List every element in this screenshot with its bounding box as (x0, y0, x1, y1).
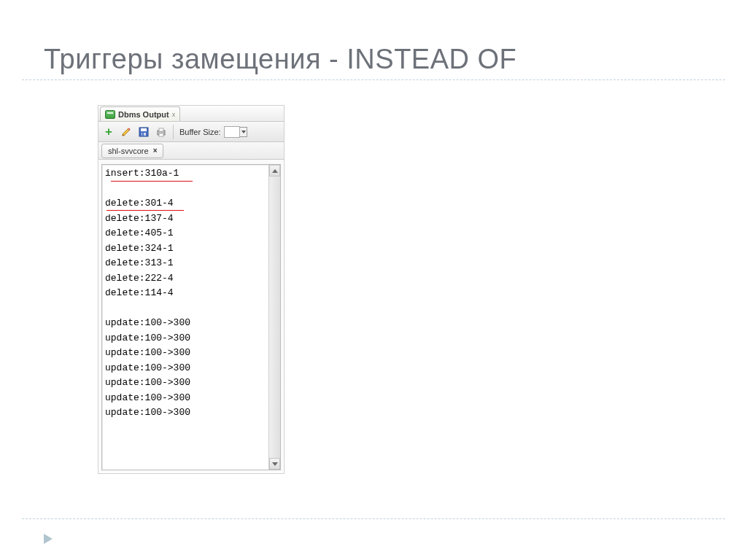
annotation-underline-1 (111, 181, 193, 182)
print-button[interactable] (154, 125, 169, 139)
connection-name: shl-svvcore (108, 147, 149, 155)
connection-tab-row: shl-svvcore × (98, 142, 284, 160)
floppy-icon (138, 126, 150, 138)
scroll-up-button[interactable] (269, 165, 280, 176)
slide-title: Триггеры замещения - INSTEAD OF (0, 0, 747, 79)
output-icon (105, 110, 115, 119)
output-area: insert:310a-1 delete:301-4 delete:137-4 … (101, 164, 281, 470)
svg-rect-9 (159, 133, 163, 136)
buffer-size-input[interactable] (224, 126, 240, 138)
slide-body: Триггеры замещения - INSTEAD OF Dbms Out… (0, 0, 747, 560)
svg-rect-4 (141, 128, 147, 131)
bullet-marker-icon (44, 534, 53, 544)
scroll-down-button[interactable] (269, 458, 280, 470)
dbms-output-panel: Dbms Output x + (98, 105, 285, 474)
chevron-up-icon (272, 169, 278, 173)
printer-icon (155, 126, 167, 138)
panel-tab-dbms-output[interactable]: Dbms Output x (100, 106, 180, 121)
chevron-down-icon (272, 462, 278, 466)
output-text[interactable]: insert:310a-1 delete:301-4 delete:137-4 … (105, 166, 267, 421)
save-button[interactable] (136, 125, 151, 139)
toolbar: + (98, 122, 284, 142)
panel-tab-label: Dbms Output (118, 110, 169, 119)
svg-rect-8 (159, 128, 163, 131)
title-underline (22, 79, 725, 80)
close-icon[interactable]: x (172, 111, 176, 118)
annotation-underline-2 (107, 210, 184, 211)
panel-tab-row: Dbms Output x (98, 106, 284, 122)
close-icon[interactable]: × (153, 147, 158, 155)
connection-tab[interactable]: shl-svvcore × (101, 144, 163, 158)
toolbar-separator (173, 125, 174, 139)
buffer-size-field[interactable] (224, 126, 247, 138)
edit-button[interactable] (119, 125, 133, 139)
scrollbar[interactable] (268, 165, 280, 470)
add-button[interactable]: + (101, 125, 116, 139)
buffer-size-label: Buffer Size: (179, 128, 221, 136)
pencil-icon (120, 126, 132, 138)
chevron-down-icon[interactable] (240, 127, 247, 137)
plus-icon: + (105, 125, 112, 138)
footer-underline (22, 518, 725, 519)
svg-rect-6 (142, 133, 144, 136)
